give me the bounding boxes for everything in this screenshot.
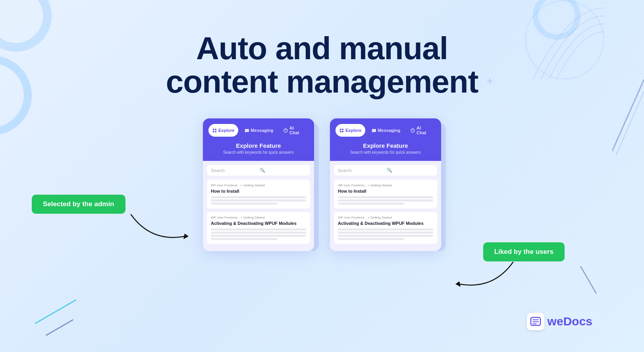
- card-right-header: Explore Messaging AI Chat Explore Featur…: [330, 118, 441, 161]
- line: [338, 235, 433, 237]
- deco-circle-1: [0, 0, 52, 52]
- article-lines-left-2: [211, 228, 306, 240]
- line: [211, 228, 306, 230]
- card-right: Explore Messaging AI Chat Explore Featur…: [330, 118, 441, 251]
- card-left-tabs: Explore Messaging AI Chat: [208, 124, 309, 137]
- article-lines-right-1: [338, 196, 433, 205]
- tab-explore-right[interactable]: Explore: [335, 124, 365, 137]
- breadcrumb-left-2: WP User Frontend... > Getting Started: [211, 216, 306, 219]
- card-left-body: Search 🔍 WP User Frontend... > Getting S…: [203, 161, 314, 251]
- svg-rect-6: [215, 131, 216, 132]
- deco-line-right: [580, 266, 597, 294]
- deco-arcs-top-right: [525, 0, 612, 87]
- arrow-admin: [127, 211, 191, 242]
- card-left-title-area: Explore Feature Search with keywords for…: [208, 142, 309, 155]
- line: [211, 238, 278, 240]
- svg-rect-10: [340, 131, 341, 132]
- ai-icon-r: [411, 128, 415, 133]
- article-right-2: WP User Frontend... > Getting Started Ac…: [334, 212, 437, 244]
- article-right-1: WP User Frontend... > Getting Started Ho…: [334, 180, 437, 209]
- tab-explore-left[interactable]: Explore: [208, 124, 238, 137]
- wedocs-symbol: [530, 316, 541, 327]
- article-left-1: WP User Frontend... > Getting Started Ho…: [207, 180, 310, 209]
- wedocs-icon: [527, 313, 544, 330]
- label-admin-badge: Selected by the admin: [32, 195, 125, 214]
- svg-marker-14: [455, 281, 461, 287]
- svg-rect-3: [213, 128, 214, 130]
- line: [338, 199, 433, 201]
- search-icon-left: 🔍: [260, 168, 306, 173]
- wedocs-brand-text: weDocs: [548, 315, 592, 328]
- card-left-search[interactable]: Search 🔍: [207, 165, 310, 176]
- card-right-wrapper: Explore Messaging AI Chat Explore Featur…: [330, 118, 441, 251]
- article-title-right-1: How to Install: [338, 189, 433, 193]
- card-left: Explore Messaging AI Chat Explore Featur…: [203, 118, 314, 251]
- line: [211, 235, 306, 237]
- ai-icon: [283, 128, 288, 133]
- search-icon-right: 🔍: [387, 168, 433, 173]
- line: [338, 203, 405, 205]
- explore-icon-r: [339, 128, 344, 133]
- card-left-wrapper: Explore Messaging AI Chat Explore Featur…: [203, 118, 314, 251]
- wedocs-we: we: [548, 315, 563, 328]
- svg-rect-8: [340, 128, 341, 130]
- card-right-title: Explore Feature: [335, 142, 436, 149]
- svg-rect-5: [213, 131, 214, 132]
- messaging-icon-r: [372, 128, 376, 133]
- card-right-body: Search 🔍 WP User Frontend... > Getting S…: [330, 161, 441, 251]
- tab-aichat-right[interactable]: AI Chat: [407, 124, 436, 137]
- line: [338, 232, 433, 234]
- article-title-right-2: Activating & Deactivating WPUF Modules: [338, 221, 433, 226]
- svg-point-0: [0, 60, 28, 131]
- wedocs-logo: weDocs: [527, 313, 592, 330]
- line: [211, 199, 306, 201]
- card-left-subtitle: Search with keywords for quick answers: [208, 150, 309, 155]
- breadcrumb-right-1: WP User Frontend... > Getting Started: [338, 184, 433, 187]
- line: [211, 196, 306, 198]
- cards-container: Explore Messaging AI Chat Explore Featur…: [203, 118, 441, 251]
- arrow-users: [453, 258, 517, 290]
- card-left-header: Explore Messaging AI Chat Explore Featur…: [203, 118, 314, 161]
- breadcrumb-left-1: WP User Frontend... > Getting Started: [211, 184, 306, 187]
- search-placeholder-right: Search: [338, 168, 384, 173]
- main-title: Auto and manual content management: [166, 32, 478, 99]
- explore-icon: [212, 128, 217, 133]
- tab-messaging-right[interactable]: Messaging: [368, 124, 404, 137]
- card-right-subtitle: Search with keywords for quick answers: [335, 150, 436, 155]
- search-placeholder-left: Search: [211, 168, 257, 173]
- article-title-left-1: How to Install: [211, 189, 306, 193]
- svg-rect-4: [215, 128, 216, 130]
- wedocs-docs: Docs: [563, 315, 592, 328]
- deco-line-dark: [46, 319, 74, 336]
- line: [211, 203, 278, 205]
- card-right-search[interactable]: Search 🔍: [334, 165, 437, 176]
- tab-aichat-left[interactable]: AI Chat: [280, 124, 309, 137]
- article-left-2: WP User Frontend... > Getting Started Ac…: [207, 212, 310, 244]
- line: [211, 232, 306, 234]
- svg-marker-13: [183, 234, 189, 239]
- article-lines-left-1: [211, 196, 306, 205]
- svg-point-12: [411, 128, 415, 132]
- deco-plus-icon: +: [487, 75, 493, 87]
- card-right-tabs: Explore Messaging AI Chat: [335, 124, 436, 137]
- svg-rect-11: [342, 131, 343, 132]
- line: [338, 196, 433, 198]
- line: [338, 238, 405, 240]
- title-section: Auto and manual content management: [166, 32, 478, 99]
- messaging-icon: [245, 128, 249, 133]
- deco-right-lines: [612, 79, 644, 159]
- svg-rect-9: [342, 128, 343, 130]
- article-title-left-2: Activating & Deactivating WPUF Modules: [211, 221, 306, 226]
- page: + Auto and manual content management: [0, 0, 644, 352]
- card-right-title-area: Explore Feature Search with keywords for…: [335, 142, 436, 155]
- card-left-title: Explore Feature: [208, 142, 309, 149]
- line: [338, 228, 433, 230]
- deco-left-circle: [0, 56, 36, 135]
- svg-point-7: [284, 128, 287, 132]
- breadcrumb-right-2: WP User Frontend... > Getting Started: [338, 216, 433, 219]
- tab-messaging-left[interactable]: Messaging: [241, 124, 277, 137]
- svg-line-1: [612, 79, 644, 151]
- svg-line-2: [616, 91, 644, 155]
- article-lines-right-2: [338, 228, 433, 240]
